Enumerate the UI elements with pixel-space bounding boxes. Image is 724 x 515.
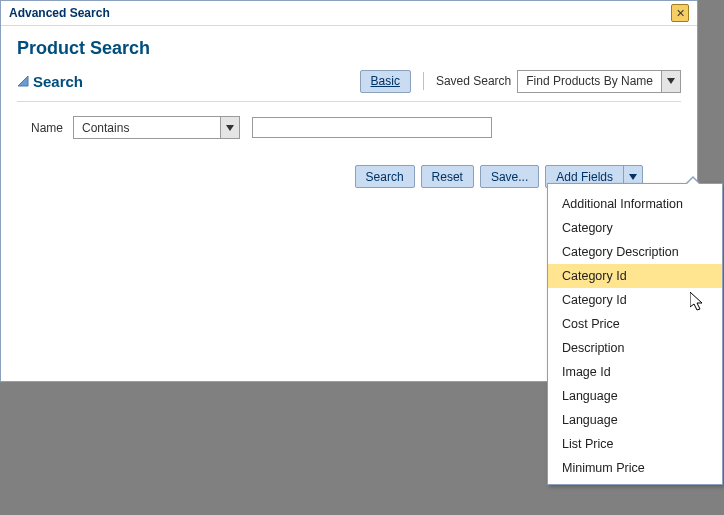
add-fields-menu-item[interactable]: Additional Information <box>548 192 722 216</box>
page-heading: Product Search <box>17 38 681 59</box>
criteria-field-label: Name <box>31 121 63 135</box>
add-fields-menu-item[interactable]: Language <box>548 384 722 408</box>
criteria-row: Name Contains <box>17 102 681 139</box>
saved-search-label: Saved Search <box>436 74 511 88</box>
search-section-label: Search <box>33 73 83 90</box>
add-fields-menu-item[interactable]: Category <box>548 216 722 240</box>
add-fields-menu-item[interactable]: Minimum Price <box>548 456 722 480</box>
close-button[interactable]: ✕ <box>671 4 689 22</box>
operator-value: Contains <box>74 117 220 138</box>
search-button[interactable]: Search <box>355 165 415 188</box>
svg-marker-1 <box>667 78 675 84</box>
panel-header: Advanced Search ✕ <box>1 1 697 26</box>
chevron-down-icon <box>661 71 680 92</box>
add-fields-menu-item[interactable]: Language <box>548 408 722 432</box>
add-fields-menu-item[interactable]: List Price <box>548 432 722 456</box>
svg-marker-0 <box>18 76 28 86</box>
panel-title: Advanced Search <box>9 6 110 20</box>
saved-search-select[interactable]: Find Products By Name <box>517 70 681 93</box>
saved-search-value: Find Products By Name <box>518 71 661 92</box>
action-row: Search Reset Save... Add Fields <box>17 139 681 188</box>
reset-button[interactable]: Reset <box>421 165 474 188</box>
operator-select[interactable]: Contains <box>73 116 240 139</box>
close-icon: ✕ <box>676 8 685 19</box>
svg-marker-3 <box>629 174 637 180</box>
add-fields-menu-item[interactable]: Description <box>548 336 722 360</box>
add-fields-menu-item[interactable]: Category Description <box>548 240 722 264</box>
add-fields-menu-item[interactable]: Category Id <box>548 288 722 312</box>
save-button[interactable]: Save... <box>480 165 539 188</box>
disclosure-icon[interactable] <box>17 75 29 87</box>
separator <box>423 72 424 90</box>
add-fields-menu: Additional InformationCategoryCategory D… <box>547 183 723 485</box>
chevron-down-icon <box>220 117 239 138</box>
search-toolbar: Search Basic Saved Search Find Products … <box>17 67 681 102</box>
basic-mode-button[interactable]: Basic <box>360 70 411 93</box>
add-fields-menu-item[interactable]: Cost Price <box>548 312 722 336</box>
add-fields-menu-item[interactable]: Image Id <box>548 360 722 384</box>
criteria-value-input[interactable] <box>252 117 492 138</box>
add-fields-menu-item[interactable]: Category Id <box>548 264 722 288</box>
svg-marker-2 <box>226 125 234 131</box>
